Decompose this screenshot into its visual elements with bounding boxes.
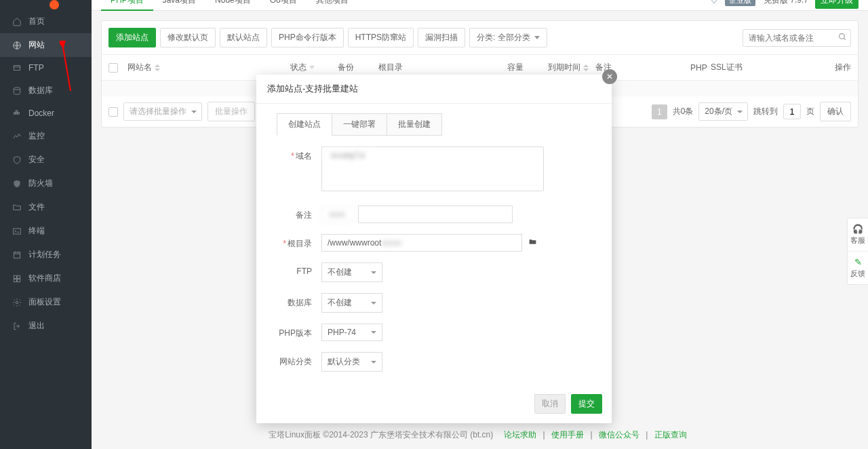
modal-title: 添加站点-支持批量建站 xyxy=(256,75,612,104)
domain-input[interactable] xyxy=(321,147,544,191)
db-label: 数据库 xyxy=(277,293,321,313)
modal-tab-batch[interactable]: 批量创建 xyxy=(387,113,442,136)
modal-footer: 取消 提交 xyxy=(256,387,612,423)
category-select-modal[interactable]: 默认分类 xyxy=(321,352,382,372)
modal-close-button[interactable]: ✕ xyxy=(602,69,617,84)
submit-button[interactable]: 提交 xyxy=(571,394,602,414)
php-label: PHP版本 xyxy=(277,324,321,341)
root-masked: xxxxx xyxy=(381,238,401,248)
remark-masked: xxxx xyxy=(321,206,355,222)
root-label: *根目录 xyxy=(277,234,321,252)
modal-tab-create[interactable]: 创建站点 xyxy=(277,113,332,136)
php-select[interactable]: PHP-74 xyxy=(321,324,382,341)
remark-input[interactable] xyxy=(358,206,513,223)
cancel-button[interactable]: 取消 xyxy=(534,394,566,414)
ftp-label: FTP xyxy=(277,262,321,282)
modal-body: *域名 example 备注 xxxx *根目录 /www/www xyxy=(256,136,612,387)
add-site-modal: ✕ 添加站点-支持批量建站 创建站点 一键部署 批量创建 *域名 example… xyxy=(256,75,612,423)
modal-tab-deploy[interactable]: 一键部署 xyxy=(332,113,387,136)
modal-tabs: 创建站点 一键部署 批量创建 xyxy=(256,104,612,136)
category-label: 网站分类 xyxy=(277,352,321,372)
domain-label: *域名 xyxy=(277,147,321,195)
modal-mask: ✕ 添加站点-支持批量建站 创建站点 一键部署 批量创建 *域名 example… xyxy=(0,0,868,449)
root-value: /www/wwwroot xyxy=(328,238,381,248)
ftp-select[interactable]: 不创建 xyxy=(321,262,382,282)
remark-label: 备注 xyxy=(277,206,321,223)
db-select[interactable]: 不创建 xyxy=(321,293,382,313)
browse-folder-button[interactable] xyxy=(528,237,538,248)
